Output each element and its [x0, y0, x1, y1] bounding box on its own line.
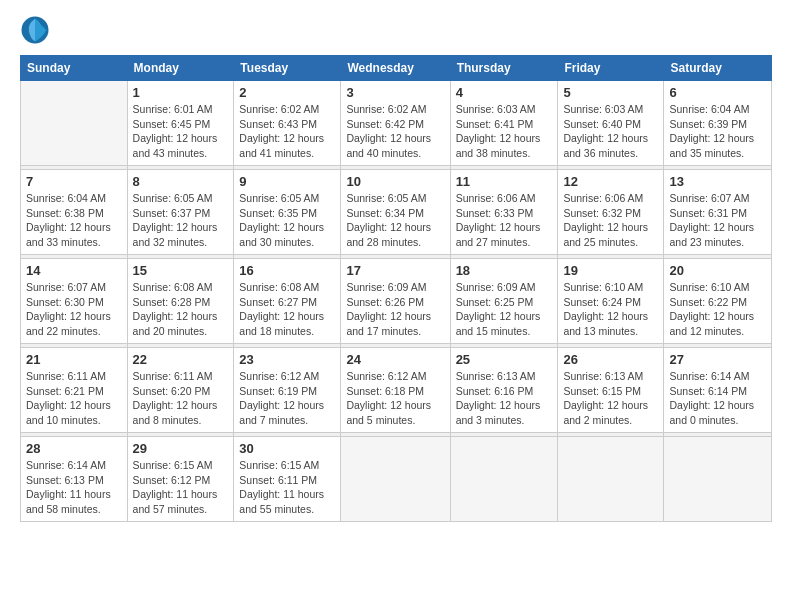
day-info: Sunrise: 6:04 AM Sunset: 6:38 PM Dayligh…	[26, 191, 122, 250]
day-number: 3	[346, 85, 444, 100]
day-number: 6	[669, 85, 766, 100]
day-number: 21	[26, 352, 122, 367]
day-number: 23	[239, 352, 335, 367]
day-info: Sunrise: 6:14 AM Sunset: 6:13 PM Dayligh…	[26, 458, 122, 517]
calendar-cell: 21Sunrise: 6:11 AM Sunset: 6:21 PM Dayli…	[21, 348, 128, 433]
calendar-cell	[341, 437, 450, 522]
calendar-cell: 13Sunrise: 6:07 AM Sunset: 6:31 PM Dayli…	[664, 170, 772, 255]
day-number: 5	[563, 85, 658, 100]
day-info: Sunrise: 6:05 AM Sunset: 6:37 PM Dayligh…	[133, 191, 229, 250]
calendar-cell: 29Sunrise: 6:15 AM Sunset: 6:12 PM Dayli…	[127, 437, 234, 522]
calendar-cell: 17Sunrise: 6:09 AM Sunset: 6:26 PM Dayli…	[341, 259, 450, 344]
day-number: 14	[26, 263, 122, 278]
calendar-cell: 27Sunrise: 6:14 AM Sunset: 6:14 PM Dayli…	[664, 348, 772, 433]
page: SundayMondayTuesdayWednesdayThursdayFrid…	[0, 0, 792, 612]
calendar-header-saturday: Saturday	[664, 56, 772, 81]
calendar-header-friday: Friday	[558, 56, 664, 81]
calendar-cell: 11Sunrise: 6:06 AM Sunset: 6:33 PM Dayli…	[450, 170, 558, 255]
day-number: 7	[26, 174, 122, 189]
day-number: 25	[456, 352, 553, 367]
day-info: Sunrise: 6:10 AM Sunset: 6:22 PM Dayligh…	[669, 280, 766, 339]
calendar-cell: 8Sunrise: 6:05 AM Sunset: 6:37 PM Daylig…	[127, 170, 234, 255]
calendar-cell: 26Sunrise: 6:13 AM Sunset: 6:15 PM Dayli…	[558, 348, 664, 433]
day-number: 22	[133, 352, 229, 367]
day-number: 28	[26, 441, 122, 456]
calendar-cell: 22Sunrise: 6:11 AM Sunset: 6:20 PM Dayli…	[127, 348, 234, 433]
calendar-cell: 10Sunrise: 6:05 AM Sunset: 6:34 PM Dayli…	[341, 170, 450, 255]
day-info: Sunrise: 6:10 AM Sunset: 6:24 PM Dayligh…	[563, 280, 658, 339]
calendar-cell	[450, 437, 558, 522]
calendar-cell: 7Sunrise: 6:04 AM Sunset: 6:38 PM Daylig…	[21, 170, 128, 255]
day-info: Sunrise: 6:08 AM Sunset: 6:28 PM Dayligh…	[133, 280, 229, 339]
calendar-cell: 24Sunrise: 6:12 AM Sunset: 6:18 PM Dayli…	[341, 348, 450, 433]
calendar-cell: 12Sunrise: 6:06 AM Sunset: 6:32 PM Dayli…	[558, 170, 664, 255]
calendar: SundayMondayTuesdayWednesdayThursdayFrid…	[20, 55, 772, 522]
calendar-cell: 25Sunrise: 6:13 AM Sunset: 6:16 PM Dayli…	[450, 348, 558, 433]
day-number: 26	[563, 352, 658, 367]
day-number: 9	[239, 174, 335, 189]
day-number: 24	[346, 352, 444, 367]
day-number: 10	[346, 174, 444, 189]
calendar-header-thursday: Thursday	[450, 56, 558, 81]
calendar-cell: 1Sunrise: 6:01 AM Sunset: 6:45 PM Daylig…	[127, 81, 234, 166]
day-info: Sunrise: 6:03 AM Sunset: 6:40 PM Dayligh…	[563, 102, 658, 161]
day-number: 20	[669, 263, 766, 278]
calendar-week-1: 7Sunrise: 6:04 AM Sunset: 6:38 PM Daylig…	[21, 170, 772, 255]
calendar-week-3: 21Sunrise: 6:11 AM Sunset: 6:21 PM Dayli…	[21, 348, 772, 433]
day-info: Sunrise: 6:05 AM Sunset: 6:34 PM Dayligh…	[346, 191, 444, 250]
day-number: 2	[239, 85, 335, 100]
day-info: Sunrise: 6:01 AM Sunset: 6:45 PM Dayligh…	[133, 102, 229, 161]
day-info: Sunrise: 6:03 AM Sunset: 6:41 PM Dayligh…	[456, 102, 553, 161]
day-number: 16	[239, 263, 335, 278]
logo-icon	[20, 15, 50, 45]
calendar-header-wednesday: Wednesday	[341, 56, 450, 81]
day-number: 29	[133, 441, 229, 456]
day-info: Sunrise: 6:12 AM Sunset: 6:19 PM Dayligh…	[239, 369, 335, 428]
day-number: 27	[669, 352, 766, 367]
day-number: 8	[133, 174, 229, 189]
calendar-cell: 2Sunrise: 6:02 AM Sunset: 6:43 PM Daylig…	[234, 81, 341, 166]
day-info: Sunrise: 6:13 AM Sunset: 6:16 PM Dayligh…	[456, 369, 553, 428]
calendar-cell: 18Sunrise: 6:09 AM Sunset: 6:25 PM Dayli…	[450, 259, 558, 344]
calendar-header-monday: Monday	[127, 56, 234, 81]
day-info: Sunrise: 6:04 AM Sunset: 6:39 PM Dayligh…	[669, 102, 766, 161]
calendar-cell: 19Sunrise: 6:10 AM Sunset: 6:24 PM Dayli…	[558, 259, 664, 344]
day-number: 12	[563, 174, 658, 189]
calendar-cell: 14Sunrise: 6:07 AM Sunset: 6:30 PM Dayli…	[21, 259, 128, 344]
day-number: 4	[456, 85, 553, 100]
calendar-cell: 15Sunrise: 6:08 AM Sunset: 6:28 PM Dayli…	[127, 259, 234, 344]
calendar-cell	[21, 81, 128, 166]
day-number: 17	[346, 263, 444, 278]
day-info: Sunrise: 6:07 AM Sunset: 6:31 PM Dayligh…	[669, 191, 766, 250]
day-info: Sunrise: 6:12 AM Sunset: 6:18 PM Dayligh…	[346, 369, 444, 428]
logo	[20, 15, 55, 45]
day-info: Sunrise: 6:09 AM Sunset: 6:25 PM Dayligh…	[456, 280, 553, 339]
day-info: Sunrise: 6:07 AM Sunset: 6:30 PM Dayligh…	[26, 280, 122, 339]
calendar-cell: 5Sunrise: 6:03 AM Sunset: 6:40 PM Daylig…	[558, 81, 664, 166]
calendar-cell: 20Sunrise: 6:10 AM Sunset: 6:22 PM Dayli…	[664, 259, 772, 344]
day-info: Sunrise: 6:09 AM Sunset: 6:26 PM Dayligh…	[346, 280, 444, 339]
day-number: 15	[133, 263, 229, 278]
day-info: Sunrise: 6:15 AM Sunset: 6:12 PM Dayligh…	[133, 458, 229, 517]
day-number: 19	[563, 263, 658, 278]
calendar-cell: 3Sunrise: 6:02 AM Sunset: 6:42 PM Daylig…	[341, 81, 450, 166]
day-info: Sunrise: 6:13 AM Sunset: 6:15 PM Dayligh…	[563, 369, 658, 428]
day-info: Sunrise: 6:14 AM Sunset: 6:14 PM Dayligh…	[669, 369, 766, 428]
calendar-cell	[664, 437, 772, 522]
calendar-cell: 16Sunrise: 6:08 AM Sunset: 6:27 PM Dayli…	[234, 259, 341, 344]
calendar-week-2: 14Sunrise: 6:07 AM Sunset: 6:30 PM Dayli…	[21, 259, 772, 344]
calendar-header-row: SundayMondayTuesdayWednesdayThursdayFrid…	[21, 56, 772, 81]
calendar-week-0: 1Sunrise: 6:01 AM Sunset: 6:45 PM Daylig…	[21, 81, 772, 166]
day-info: Sunrise: 6:06 AM Sunset: 6:33 PM Dayligh…	[456, 191, 553, 250]
day-info: Sunrise: 6:11 AM Sunset: 6:20 PM Dayligh…	[133, 369, 229, 428]
day-info: Sunrise: 6:06 AM Sunset: 6:32 PM Dayligh…	[563, 191, 658, 250]
calendar-header-sunday: Sunday	[21, 56, 128, 81]
day-number: 30	[239, 441, 335, 456]
calendar-cell: 9Sunrise: 6:05 AM Sunset: 6:35 PM Daylig…	[234, 170, 341, 255]
day-info: Sunrise: 6:08 AM Sunset: 6:27 PM Dayligh…	[239, 280, 335, 339]
day-number: 13	[669, 174, 766, 189]
day-info: Sunrise: 6:11 AM Sunset: 6:21 PM Dayligh…	[26, 369, 122, 428]
calendar-cell: 4Sunrise: 6:03 AM Sunset: 6:41 PM Daylig…	[450, 81, 558, 166]
calendar-header-tuesday: Tuesday	[234, 56, 341, 81]
calendar-week-4: 28Sunrise: 6:14 AM Sunset: 6:13 PM Dayli…	[21, 437, 772, 522]
